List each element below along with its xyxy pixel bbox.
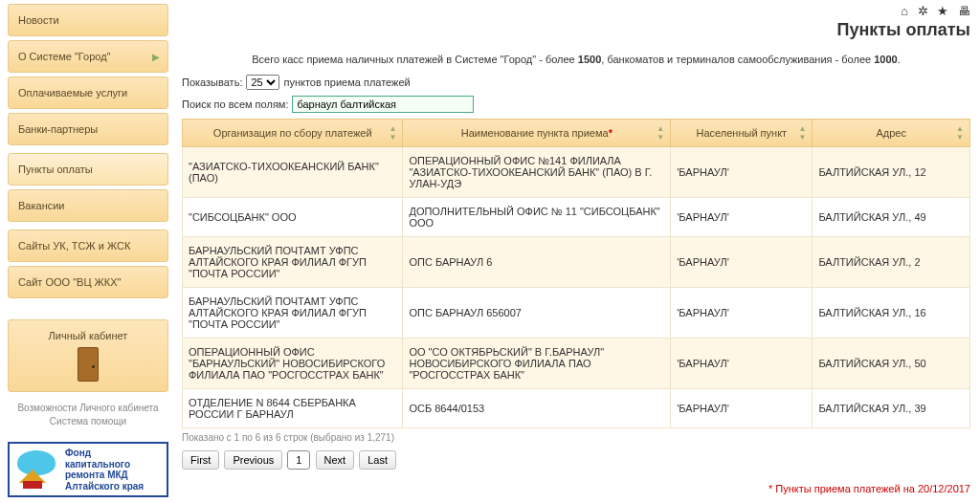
cell-addr: БАЛТИЙСКАЯ УЛ., 39 [813, 389, 970, 428]
intro-text: Всего касс приема наличных платежей в Си… [182, 54, 970, 65]
search-input[interactable] [292, 96, 474, 113]
sidebar-item-1[interactable]: О Системе "Город"▶ [8, 40, 168, 73]
sidebar-item-label: Сайты УК, ТСЖ и ЖСК [18, 240, 130, 252]
cell-city: 'БАРНАУЛ' [671, 389, 813, 428]
cell-org: ОТДЕЛЕНИЕ N 8644 СБЕРБАНКА РОССИИ Г БАРН… [183, 389, 403, 428]
show-label: Показывать: [182, 77, 242, 88]
table-row: БАРНАУЛЬСКИЙ ПОЧТАМТ УФПС АЛТАЙСКОГО КРА… [183, 288, 970, 339]
cell-name: ОПС БАРНАУЛ 656007 [403, 288, 671, 339]
cell-city: 'БАРНАУЛ' [671, 288, 813, 339]
page-size-select[interactable]: 25 [246, 75, 279, 90]
cell-org: ОПЕРАЦИОННЫЙ ОФИС "БАРНАУЛЬСКИЙ" НОВОСИБ… [183, 339, 403, 389]
search-label: Поиск по всем полям: [182, 98, 288, 110]
sidebar-item-label: Сайт ООО "ВЦ ЖКХ" [18, 276, 121, 288]
sidebar-item-label: Вакансии [18, 200, 65, 211]
pager-first[interactable]: First [182, 450, 219, 470]
col-city[interactable]: Населенный пункт▲▼ [671, 120, 813, 147]
pager-next[interactable]: Next [316, 450, 355, 470]
table-summary: Показано с 1 по 6 из 6 строк (выбрано из… [182, 432, 970, 443]
cell-name: ОПС БАРНАУЛ 6 [403, 237, 671, 288]
table-row: ОТДЕЛЕНИЕ N 8644 СБЕРБАНКА РОССИИ Г БАРН… [183, 389, 970, 428]
sidebar-item-label: Оплачиваемые услуги [18, 87, 127, 98]
sidebar-item-5[interactable]: Вакансии [8, 189, 168, 222]
sidebar-item-label: О Системе "Город" [18, 51, 111, 62]
sidebar-item-4[interactable]: Пункты оплаты [8, 153, 168, 186]
cell-org: БАРНАУЛЬСКИЙ ПОЧТАМТ УФПС АЛТАЙСКОГО КРА… [183, 237, 403, 288]
door-icon [78, 347, 99, 382]
rss-icon[interactable]: ✲ [918, 4, 928, 18]
personal-cabinet-button[interactable]: Личный кабинет [8, 319, 168, 392]
sidebar-item-label: Новости [18, 14, 59, 26]
pager-prev[interactable]: Previous [224, 450, 282, 470]
sidebar-item-0[interactable]: Новости [8, 4, 168, 36]
table-row: ОПЕРАЦИОННЫЙ ОФИС "БАРНАУЛЬСКИЙ" НОВОСИБ… [183, 339, 970, 389]
cell-city: 'БАРНАУЛ' [671, 339, 813, 389]
payments-table: Организация по сбору платежей▲▼ Наименов… [182, 119, 970, 428]
star-icon[interactable]: ★ [937, 4, 948, 18]
sidebar-item-6[interactable]: Сайты УК, ТСЖ и ЖСК [8, 230, 168, 262]
cell-addr: БАЛТИЙСКАЯ УЛ., 2 [813, 237, 970, 288]
cell-addr: БАЛТИЙСКАЯ УЛ., 50 [813, 339, 970, 389]
fond-logo-link[interactable]: Фонд капитального ремонта МКД Алтайского… [8, 442, 168, 497]
table-row: "АЗИАТСКО-ТИХООКЕАНСКИЙ БАНК" (ПАО)ОПЕРА… [183, 147, 970, 198]
print-icon[interactable]: 🖶 [958, 4, 970, 18]
personal-cabinet-label: Личный кабинет [9, 330, 167, 341]
cell-name: ОПЕРАЦИОННЫЙ ОФИС №141 ФИЛИАЛА "АЗИАТСКО… [403, 147, 671, 198]
pager-page-1[interactable]: 1 [287, 450, 310, 470]
show-suffix: пунктов приема платежей [283, 77, 410, 88]
page-title: Пункты оплаты [182, 20, 970, 40]
cell-name: ОСБ 8644/0153 [403, 389, 671, 428]
sidebar-caption: Возможности Личного кабинета Система пом… [8, 402, 168, 428]
col-addr[interactable]: Адрес▲▼ [813, 120, 970, 147]
fond-logo-text: Фонд капитального ремонта МКД Алтайского… [65, 448, 144, 492]
table-row: "СИБСОЦБАНК" ОООДОПОЛНИТЕЛЬНЫЙ ОФИС № 11… [183, 198, 970, 237]
sidebar-item-2[interactable]: Оплачиваемые услуги [8, 77, 168, 109]
cell-org: БАРНАУЛЬСКИЙ ПОЧТАМТ УФПС АЛТАЙСКОГО КРА… [183, 288, 403, 339]
cell-org: "СИБСОЦБАНК" ООО [183, 198, 403, 237]
footnote: * Пункты приема платежей на 20/12/2017 [182, 483, 970, 494]
pager: First Previous 1 Next Last [182, 450, 970, 470]
cell-city: 'БАРНАУЛ' [671, 237, 813, 288]
pager-last[interactable]: Last [359, 450, 396, 470]
sidebar-item-label: Банки-партнеры [18, 123, 98, 135]
table-row: БАРНАУЛЬСКИЙ ПОЧТАМТ УФПС АЛТАЙСКОГО КРА… [183, 237, 970, 288]
cell-city: 'БАРНАУЛ' [671, 198, 813, 237]
col-name[interactable]: Наименование пункта приема*▲▼ [403, 120, 671, 147]
col-org[interactable]: Организация по сбору платежей▲▼ [183, 120, 403, 147]
fond-logo-icon [15, 450, 59, 489]
cell-name: ДОПОЛНИТЕЛЬНЫЙ ОФИС № 11 "СИБСОЦБАНК" ОО… [403, 198, 671, 237]
cell-name: ОО "СО ОКТЯБРЬСКИЙ" В Г.БАРНАУЛ" НОВОСИБ… [403, 339, 671, 389]
cell-org: "АЗИАТСКО-ТИХООКЕАНСКИЙ БАНК" (ПАО) [183, 147, 403, 198]
cell-addr: БАЛТИЙСКАЯ УЛ., 12 [813, 147, 970, 198]
home-icon[interactable]: ⌂ [901, 4, 908, 18]
sidebar-item-label: Пункты оплаты [18, 164, 93, 175]
cell-city: 'БАРНАУЛ' [671, 147, 813, 198]
sidebar-item-3[interactable]: Банки-партнеры [8, 113, 168, 145]
cell-addr: БАЛТИЙСКАЯ УЛ., 49 [813, 198, 970, 237]
chevron-right-icon: ▶ [152, 52, 160, 62]
cell-addr: БАЛТИЙСКАЯ УЛ., 16 [813, 288, 970, 339]
sidebar-item-7[interactable]: Сайт ООО "ВЦ ЖКХ" [8, 266, 168, 298]
